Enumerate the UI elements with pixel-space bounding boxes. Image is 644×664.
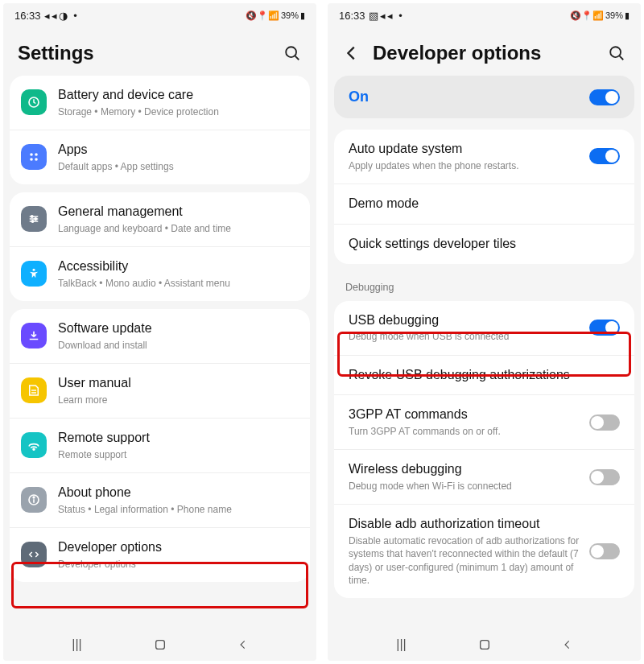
battery-icon: ▮ [300,10,305,21]
settings-row[interactable]: User manualLearn more [10,363,310,418]
accessibility-icon [21,261,47,287]
recents-button[interactable]: ||| [393,636,411,654]
settings-row[interactable]: Software updateDownload and install [10,309,310,363]
status-icons: ◂◂◑ • [44,10,79,22]
svg-point-13 [33,269,35,271]
settings-row[interactable]: Developer optionsDeveloper options [10,527,310,582]
manual-icon [21,377,47,403]
row-subtitle: Default apps • App settings [58,160,299,173]
section-label: Debugging [328,272,641,298]
status-bar: 16:33 ▧◂◂ • 🔇📍📶 39% ▮ [328,3,641,27]
svg-line-1 [295,56,299,60]
dev-icon [21,542,47,567]
about-icon [21,487,47,513]
settings-row[interactable]: About phoneStatus • Legal information • … [10,472,310,527]
home-button[interactable] [476,636,493,654]
toggle[interactable] [589,469,620,485]
row-subtitle: Debug mode when USB is connected [349,330,589,343]
back-icon[interactable] [342,43,361,63]
svg-line-22 [620,56,624,60]
svg-point-16 [33,449,35,451]
svg-point-10 [31,216,33,217]
header: Settings [3,27,316,72]
row-title: About phone [58,485,299,501]
settings-row[interactable]: Remote supportRemote support [10,418,310,472]
row-subtitle: Developer options [58,558,299,571]
row-title: Software update [58,320,299,337]
status-icons: ▧◂◂ • [369,10,404,22]
battery-icon: ▮ [625,10,630,21]
page-title: Developer options [373,42,541,64]
option-row[interactable]: Wireless debuggingDebug mode when Wi-Fi … [334,449,634,504]
header: Developer options [328,27,641,72]
toggle[interactable] [589,414,620,431]
svg-point-21 [610,47,621,57]
svg-point-0 [286,47,296,57]
svg-rect-20 [155,641,164,650]
settings-group: General managementLanguage and keyboard … [10,192,310,301]
apps-icon [21,144,47,170]
row-subtitle: Language and keyboard • Date and time [58,222,299,235]
svg-point-5 [30,159,33,162]
option-row[interactable]: Disable adb authorization timeoutDisable… [334,504,634,598]
settings-row[interactable]: AccessibilityTalkBack • Mono audio • Ass… [10,246,310,301]
master-toggle[interactable] [589,89,620,105]
option-row[interactable]: Quick settings developer tiles [334,224,634,264]
svg-point-3 [30,154,33,157]
search-icon[interactable] [607,43,626,63]
option-row[interactable]: USB debuggingDebug mode when USB is conn… [334,301,634,355]
toggle[interactable] [589,320,620,336]
update-icon [21,323,47,348]
back-button[interactable] [234,636,252,654]
status-indicators: 🔇📍📶 [570,10,604,21]
row-subtitle: Apply updates when the phone restarts. [349,159,589,172]
phone-settings: 16:33 ◂◂◑ • 🔇📍📶 39% ▮ Settings Battery a… [3,3,316,661]
option-row[interactable]: Demo mode [334,184,634,224]
home-button[interactable] [151,636,169,654]
general-icon [21,206,47,232]
row-subtitle: Debug mode when Wi-Fi is connected [349,480,589,493]
option-row[interactable]: 3GPP AT commandsTurn 3GPP AT commands on… [334,394,634,449]
settings-group: Battery and device careStorage • Memory … [10,76,310,184]
battery-percent: 39% [281,10,299,20]
settings-row[interactable]: AppsDefault apps • App settings [10,130,310,184]
phone-developer-options: 16:33 ▧◂◂ • 🔇📍📶 39% ▮ Developer options … [328,3,641,661]
row-title: Battery and device care [58,87,299,104]
settings-row[interactable]: General managementLanguage and keyboard … [10,192,310,246]
settings-row[interactable]: Battery and device careStorage • Memory … [10,76,310,130]
recents-button[interactable]: ||| [68,636,86,654]
row-title: Accessibility [58,258,299,275]
svg-point-19 [33,497,35,499]
master-toggle-label: On [349,89,369,105]
row-title: User manual [58,375,299,392]
row-subtitle: Download and install [58,339,299,352]
row-title: 3GPP AT commands [349,406,589,423]
row-title: General management [58,204,299,221]
row-title: Disable adb authorization timeout [349,516,589,533]
row-title: Quick settings developer tiles [349,236,620,253]
svg-point-12 [31,221,33,222]
battery-icon [21,89,47,115]
svg-point-11 [35,218,36,220]
row-title: Wireless debugging [349,461,589,478]
toggle[interactable] [589,543,620,559]
option-row[interactable]: Auto update systemApply updates when the… [334,130,634,184]
master-toggle-row[interactable]: On [334,76,634,118]
option-row[interactable]: Revoke USB debugging authorizations [334,355,634,395]
back-button[interactable] [559,636,576,654]
clock: 16:33 [14,10,41,22]
search-icon[interactable] [283,43,302,63]
row-title: Apps [58,142,299,159]
row-subtitle: Learn more [58,394,299,406]
nav-bar: ||| [328,629,641,661]
svg-rect-23 [480,641,489,650]
status-bar: 16:33 ◂◂◑ • 🔇📍📶 39% ▮ [3,3,316,27]
options-group: USB debuggingDebug mode when USB is conn… [334,301,634,598]
options-group: Auto update systemApply updates when the… [334,130,634,264]
settings-group: Software updateDownload and installUser … [10,309,310,582]
row-title: Auto update system [349,141,589,158]
battery-percent: 39% [605,10,623,20]
row-subtitle: Remote support [58,448,299,461]
row-title: USB debugging [349,312,589,329]
toggle[interactable] [589,148,620,164]
